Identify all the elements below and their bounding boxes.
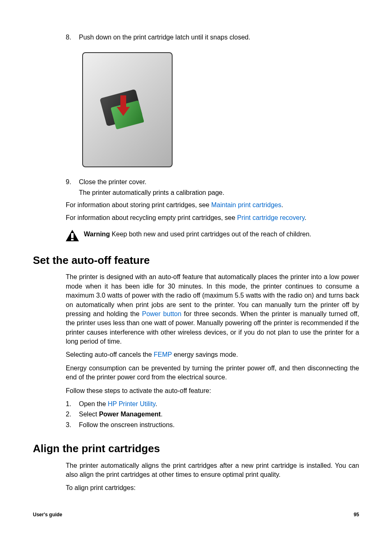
warning-label: Warning <box>84 231 110 238</box>
warning-message: Keep both new and used print cartridges … <box>110 231 311 238</box>
warning-callout: Warning Keep both new and used print car… <box>66 230 359 241</box>
power-management-label: Power Management <box>99 411 161 418</box>
step-number: 3. <box>66 421 71 428</box>
step-number: 9. <box>66 178 71 185</box>
step-number: 1. <box>66 400 71 407</box>
power-button-link[interactable]: Power button <box>142 310 181 317</box>
step-text: Follow the onscreen instructions. <box>79 421 175 428</box>
hp-printer-utility-link[interactable]: HP Printer Utility <box>108 400 155 407</box>
recycling-info-paragraph: For information about recycling empty pr… <box>66 213 359 222</box>
energy-paragraph: Energy consumption can be prevented by t… <box>66 364 359 382</box>
auto-off-description: The printer is designed with an auto-off… <box>66 273 359 346</box>
femp-paragraph: Selecting auto-off cancels the FEMP ener… <box>66 350 359 359</box>
step-text: Push down on the print cartridge latch u… <box>79 34 250 41</box>
align-instruction: To align print cartridges: <box>66 483 359 492</box>
page-footer: User's guide 95 <box>33 511 359 518</box>
footer-title: User's guide <box>33 511 62 518</box>
storing-info-paragraph: For information about storing print cart… <box>66 201 359 210</box>
step-text: Close the printer cover. <box>79 178 147 185</box>
auto-off-step-2: 2. Select Power Management. <box>66 410 359 419</box>
step-9: 9. Close the printer cover. <box>66 178 359 187</box>
warning-icon <box>66 230 79 241</box>
femp-link[interactable]: FEMP <box>154 351 172 358</box>
auto-off-step-3: 3. Follow the onscreen instructions. <box>66 421 359 430</box>
cartridge-latch-illustration <box>82 52 173 167</box>
page-number: 95 <box>354 511 359 518</box>
activate-instruction: Follow these steps to activate the auto-… <box>66 386 359 395</box>
align-description: The printer automatically aligns the pri… <box>66 461 359 480</box>
step-8: 8. Push down on the print cartridge latc… <box>66 33 359 42</box>
heading-auto-off: Set the auto-off feature <box>33 253 359 268</box>
auto-off-step-1: 1. Open the HP Printer Utility. <box>66 400 359 409</box>
cartridge-recovery-link[interactable]: Print cartridge recovery <box>237 214 304 221</box>
maintain-cartridges-link[interactable]: Maintain print cartridges <box>211 201 281 208</box>
step-number: 8. <box>66 34 71 41</box>
step-subtext: The printer automatically prints a calib… <box>79 189 224 196</box>
heading-align-cartridges: Align the print cartridges <box>33 441 359 456</box>
step-number: 2. <box>66 411 71 418</box>
